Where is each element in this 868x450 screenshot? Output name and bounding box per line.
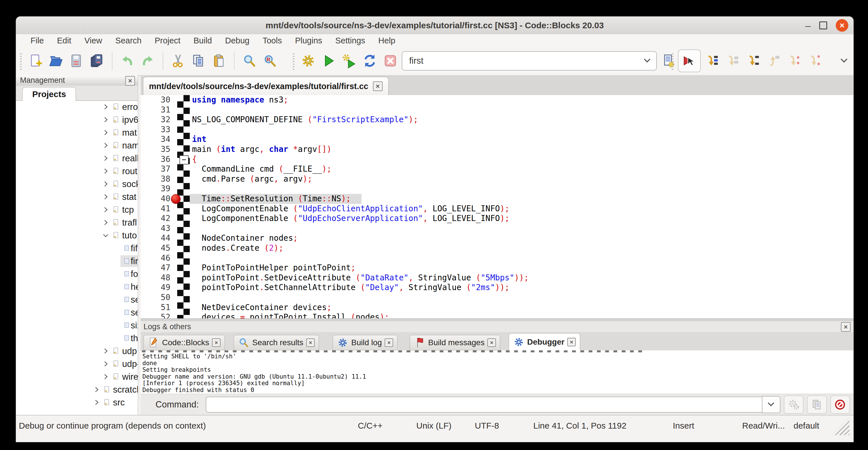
tree-item-udp-[interactable]: udp- [16,358,138,370]
chevron-right-icon[interactable] [101,205,111,215]
tree-item-th[interactable]: th [16,332,138,344]
menu-item-build[interactable]: Build [187,36,219,46]
run-button[interactable] [319,52,338,70]
log-tab-debugger[interactable]: Debugger× [509,333,580,351]
debug-continue-button[interactable] [678,50,701,72]
chevron-right-icon[interactable] [101,154,111,163]
tree-item-tuto[interactable]: tuto [16,229,138,242]
chevron-down-icon[interactable] [101,231,111,240]
breakpoint-icon[interactable] [171,194,181,204]
toolbar-overflow-chevron-down-icon[interactable] [837,54,850,67]
log-tab-build-log[interactable]: Build log× [333,335,398,350]
menu-item-edit[interactable]: Edit [51,36,78,46]
tree-item-rout[interactable]: rout [16,165,138,178]
log-tab-close-icon[interactable]: × [385,338,393,347]
tree-item-udp[interactable]: udp [16,344,138,358]
tree-item-fif[interactable]: fif [16,242,138,255]
chevron-right-icon[interactable] [101,372,111,382]
step-out-button[interactable] [765,52,783,70]
menu-item-tools[interactable]: Tools [256,36,288,46]
stop-debugger-button[interactable] [830,395,850,414]
menu-item-search[interactable]: Search [109,36,148,46]
toolbar-grip[interactable] [293,52,294,70]
log-tab-close-icon[interactable]: × [306,338,315,347]
menu-item-file[interactable]: File [24,36,51,46]
code-editor[interactable]: 30using namespace ns3;3132NS_LOG_COMPONE… [141,95,854,318]
command-dropdown-chevron-icon[interactable] [762,396,780,413]
chevron-right-icon[interactable] [101,192,111,202]
tree-item-fo[interactable]: fo [16,268,138,280]
chevron-right-icon[interactable] [92,398,101,408]
tree-item-reall[interactable]: reall [16,152,138,165]
abort-button[interactable] [381,52,400,70]
close-button[interactable]: × [836,19,848,32]
tree-item-src[interactable]: src [16,396,138,409]
tree-item-erro[interactable]: erro [16,100,138,113]
minimize-button[interactable]: – [805,23,811,28]
tree-item-nam[interactable]: nam [16,139,138,152]
tree-item-wire[interactable]: wire [16,370,138,383]
copy-button[interactable] [189,52,208,70]
debugger-command-input[interactable] [206,397,762,413]
combo-chevron-down-icon[interactable] [641,55,656,67]
menu-item-help[interactable]: Help [372,36,402,46]
tree-item-tcp[interactable]: tcp [16,203,138,216]
chevron-right-icon[interactable] [101,179,111,189]
tree-item-fir[interactable]: fir [16,255,138,268]
tree-item-mat[interactable]: mat [16,126,138,139]
save-file-button[interactable] [67,52,86,70]
chevron-right-icon[interactable] [101,128,111,138]
next-line-button[interactable] [724,52,742,70]
tree-item-sock[interactable]: sock [16,178,138,190]
tree-item-six[interactable]: six [16,319,138,332]
chevron-right-icon[interactable] [101,115,111,125]
undo-button[interactable] [118,52,136,70]
build-and-run-button[interactable] [340,52,359,70]
menu-item-view[interactable]: View [78,36,109,46]
tree-item-he[interactable]: he [16,280,138,293]
replace-button[interactable]: R [261,52,279,70]
open-file-button[interactable] [47,52,65,70]
log-tab-search-results[interactable]: Search results× [234,335,319,350]
next-instruction-button[interactable] [785,52,804,70]
save-all-button[interactable] [88,52,106,70]
chevron-right-icon[interactable] [101,141,111,150]
redo-button[interactable] [139,52,157,70]
menu-item-settings[interactable]: Settings [329,36,372,46]
chevron-right-icon[interactable] [101,102,111,112]
maximize-button[interactable] [819,22,827,29]
tree-item-stat[interactable]: stat [16,190,138,203]
resize-grip[interactable] [832,417,849,435]
chevron-right-icon[interactable] [101,359,111,369]
menu-item-debug[interactable]: Debug [219,36,256,46]
build-button[interactable] [299,52,317,70]
paste-button[interactable] [210,52,228,70]
build-target-combo[interactable]: first [402,51,657,70]
management-close-icon[interactable]: × [125,76,135,86]
editor-tab[interactable]: mnt/dev/tools/source/ns-3-dev/examples/t… [143,77,389,95]
copy-log-button[interactable] [807,395,827,414]
tree-item-ipv6[interactable]: ipv6 [16,113,138,126]
fold-marker-icon[interactable] [180,155,189,164]
menu-item-project[interactable]: Project [148,36,187,46]
find-button[interactable] [240,52,258,70]
chevron-right-icon[interactable] [101,167,111,176]
toolbar-grip[interactable] [20,52,22,70]
toolbar-grip[interactable] [672,52,673,70]
run-to-cursor-button[interactable] [703,52,721,70]
logs-close-icon[interactable]: × [841,322,850,332]
step-into-instruction-button[interactable] [806,52,824,70]
cut-button[interactable] [169,52,187,70]
log-tab-close-icon[interactable]: × [487,338,496,347]
menu-item-plugins[interactable]: Plugins [288,36,329,46]
log-tab-close-icon[interactable]: × [212,338,221,347]
chevron-right-icon[interactable] [92,385,101,395]
rebuild-button[interactable] [361,52,379,70]
chevron-right-icon[interactable] [101,347,111,356]
editor-tab-close-icon[interactable]: × [373,81,383,91]
chevron-right-icon[interactable] [101,218,111,228]
tab-projects[interactable]: Projects [22,87,76,101]
tree-item-se[interactable]: se [16,306,138,319]
debugger-settings-button[interactable] [784,395,804,414]
tree-item-se[interactable]: se [16,293,138,306]
